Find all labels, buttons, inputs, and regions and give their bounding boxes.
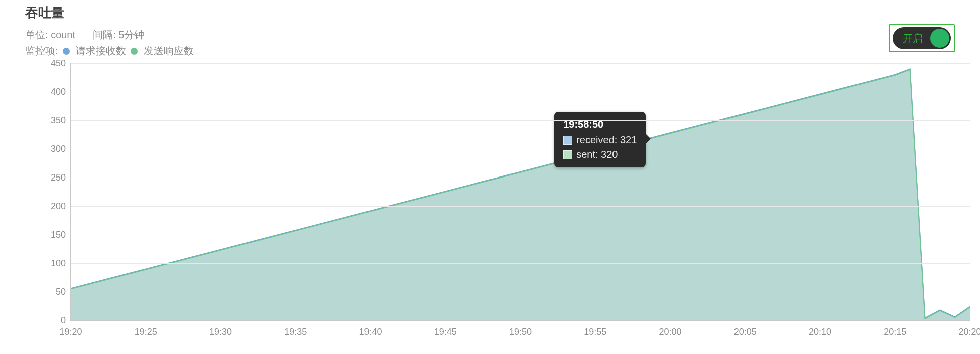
legend-received[interactable]: 请求接收数 xyxy=(76,45,126,56)
x-tick: 19:45 xyxy=(434,327,457,337)
chart-title: 吞吐量 xyxy=(25,4,194,22)
legend-dot-sent-icon xyxy=(131,48,138,55)
tooltip-row-received: received: 321 xyxy=(563,134,637,146)
enable-toggle[interactable]: 开启 xyxy=(893,27,951,49)
x-tick: 19:55 xyxy=(584,327,606,337)
x-tick: 20:15 xyxy=(884,327,906,337)
x-tick: 20:20 xyxy=(958,327,980,337)
chart-plot[interactable]: 19:58:50 received: 321 sent: 320 0501001… xyxy=(70,63,970,321)
chart-area: 19:58:50 received: 321 sent: 320 0501001… xyxy=(25,60,970,344)
x-tick: 20:05 xyxy=(734,327,757,337)
chart-series-svg xyxy=(71,63,970,320)
unit-value: count xyxy=(51,29,75,40)
legend-dot-received-icon xyxy=(63,48,70,55)
monitor-label: 监控项: xyxy=(25,45,58,56)
x-tick: 19:40 xyxy=(359,327,382,337)
x-tick: 20:00 xyxy=(659,327,681,337)
x-tick: 19:35 xyxy=(284,327,307,337)
tooltip-arrow-icon xyxy=(646,134,651,144)
legend-sent[interactable]: 发送响应数 xyxy=(144,45,194,56)
x-tick: 20:10 xyxy=(809,327,831,337)
tooltip-sent-value: 320 xyxy=(601,149,618,160)
tooltip-sent-label: sent xyxy=(576,149,595,160)
interval-label: 间隔: xyxy=(93,29,116,40)
tooltip-row-sent: sent: 320 xyxy=(563,149,637,160)
tooltip-received-label: received xyxy=(576,134,615,146)
tooltip-swatch-received-icon xyxy=(563,136,572,145)
header-left: 吞吐量 单位: count 间隔: 5分钟 监控项: 请求接收数 发送响应数 xyxy=(25,4,194,59)
toggle-label: 开启 xyxy=(903,32,923,45)
interval-value: 5分钟 xyxy=(118,29,144,40)
toggle-knob-icon xyxy=(930,29,949,48)
chart-header: 吞吐量 单位: count 间隔: 5分钟 监控项: 请求接收数 发送响应数 开… xyxy=(0,0,980,59)
tooltip-swatch-sent-icon xyxy=(563,150,572,159)
x-tick: 19:30 xyxy=(209,327,232,337)
unit-label: 单位: xyxy=(25,29,48,40)
toggle-highlight: 开启 xyxy=(889,24,955,52)
x-tick: 19:50 xyxy=(509,327,532,337)
x-tick: 19:25 xyxy=(135,327,157,337)
legend-row: 监控项: 请求接收数 发送响应数 xyxy=(25,43,194,59)
x-tick: 19:20 xyxy=(59,327,82,337)
tooltip-received-value: 321 xyxy=(620,134,637,146)
unit-interval-row: 单位: count 间隔: 5分钟 xyxy=(25,27,194,43)
